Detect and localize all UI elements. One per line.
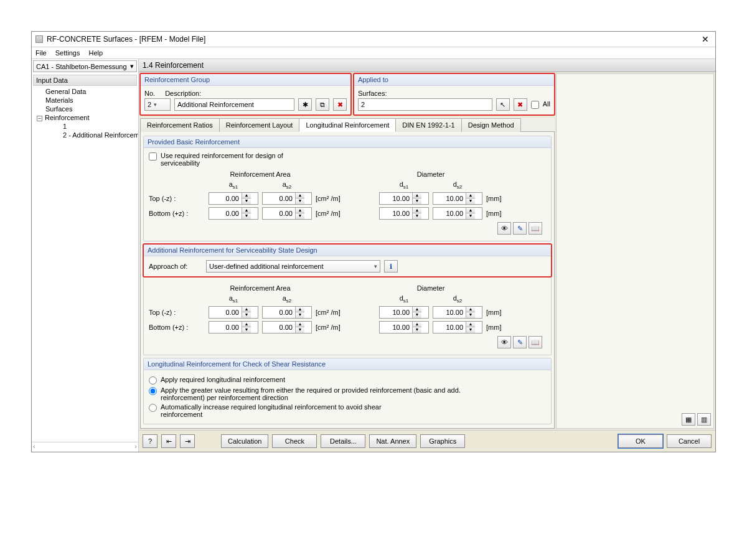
clear-surfaces-icon[interactable]: ✖ <box>514 98 527 111</box>
app-icon <box>35 35 43 43</box>
details-button[interactable]: Details... <box>321 434 365 448</box>
chevron-down-icon: ▾ <box>130 62 134 70</box>
tree-item-reinforcement[interactable]: −Reinforcement <box>32 113 138 122</box>
group-applied-to: Applied to Surfaces: ↖ ✖ All <box>354 73 555 115</box>
pick-surfaces-icon[interactable]: ↖ <box>496 98 510 111</box>
preview-mode-2-icon[interactable]: ▥ <box>697 413 711 426</box>
delete-icon[interactable]: ✖ <box>333 98 347 111</box>
shear-option-1[interactable]: Apply required longitudinal reinforcemen… <box>149 376 546 385</box>
tree-item-reinf-2[interactable]: 2 - Additional Reinforcement <box>32 131 138 139</box>
dialog-window: RF-CONCRETE Surfaces - [RFEM - Model Fil… <box>31 31 716 452</box>
graphics-button[interactable]: Graphics <box>420 434 465 448</box>
tab-design-method[interactable]: Design Method <box>461 118 521 132</box>
edit-icon[interactable]: ✎ <box>513 336 527 348</box>
shear-option-2[interactable]: Apply the greater value resulting from e… <box>149 386 546 401</box>
tabstrip: Reinforcement Ratios Reinforcement Layou… <box>140 118 555 132</box>
add-top-as1-input[interactable]: ▲▼ <box>209 306 258 319</box>
section-title: Longitudinal Reinforcement for Check of … <box>144 358 551 370</box>
edit-icon[interactable]: ✎ <box>513 222 527 235</box>
add-bot-as2-input[interactable]: ▲▼ <box>262 321 312 334</box>
design-case-label: CA1 - Stahlbeton-Bemessung <box>36 63 127 70</box>
surfaces-label: Surfaces: <box>358 90 550 97</box>
tab-standard[interactable]: DIN EN 1992-1-1 <box>395 118 461 132</box>
applied-title: Applied to <box>354 74 554 86</box>
library-icon[interactable]: 📖 <box>529 336 542 348</box>
row-bot-label: Bottom (+z) : <box>149 210 205 217</box>
section-additional-values: Reinforcement Area Diameter as1 as2 <box>143 277 552 355</box>
preview-mode-1-icon[interactable]: ▦ <box>682 413 695 426</box>
info-icon[interactable]: ℹ <box>384 260 398 273</box>
tree-item-surfaces[interactable]: Surfaces <box>32 105 138 113</box>
all-checkbox[interactable]: All <box>531 100 550 109</box>
close-icon[interactable]: ✕ <box>699 34 712 44</box>
desc-label: Description: <box>165 90 201 97</box>
preview-panel: ▦ ▥ <box>556 73 714 429</box>
duplicate-icon[interactable]: ⧉ <box>316 98 329 111</box>
chevron-down-icon: ▾ <box>374 263 377 269</box>
row-top-label: Top (-z) : <box>149 195 205 202</box>
ok-button[interactable]: OK <box>618 434 663 448</box>
section-provided-basic: Provided Basic Reinforcement Use require… <box>143 136 552 241</box>
bot-ds1-input[interactable]: ▲▼ <box>379 207 429 220</box>
eye-icon[interactable]: 👁 <box>497 222 511 235</box>
navigator-panel: CA1 - Stahlbeton-Bemessung ▾ Input Data … <box>32 59 139 452</box>
surfaces-input[interactable] <box>358 98 492 111</box>
menu-file[interactable]: File <box>35 49 47 57</box>
tree-item-reinf-1[interactable]: 1 <box>32 122 138 131</box>
library-icon[interactable]: 📖 <box>529 222 542 235</box>
bot-as1-input[interactable]: ▲▼ <box>209 207 258 220</box>
tab-longitudinal[interactable]: Longitudinal Reinforcement <box>299 118 396 132</box>
use-required-checkbox[interactable]: Use required reinforcement for design of… <box>149 152 546 167</box>
bot-as2-input[interactable]: ▲▼ <box>262 207 312 220</box>
tree-item-materials[interactable]: Materials <box>32 96 138 105</box>
help-icon[interactable]: ? <box>143 434 157 448</box>
collapse-icon[interactable]: − <box>37 116 42 121</box>
tab-layout[interactable]: Reinforcement Layout <box>219 118 300 132</box>
navigator-tree: Input Data General Data Materials Surfac… <box>32 73 138 442</box>
prev-icon[interactable]: ⇤ <box>161 434 176 448</box>
tree-header: Input Data <box>33 75 137 86</box>
add-top-as2-input[interactable]: ▲▼ <box>262 306 312 319</box>
chevron-down-icon: ▾ <box>154 101 157 108</box>
group-reinforcement-group: Reinforcement Group No. Description: 2▾ <box>140 73 351 115</box>
approach-select[interactable]: User-defined additional reinforcement▾ <box>206 260 380 273</box>
check-button[interactable]: Check <box>272 434 317 448</box>
next-icon[interactable]: ⇥ <box>180 434 195 448</box>
bot-ds2-input[interactable]: ▲▼ <box>433 207 482 220</box>
add-bot-as1-input[interactable]: ▲▼ <box>209 321 258 334</box>
menu-help[interactable]: Help <box>88 49 103 57</box>
add-bot-ds1-input[interactable]: ▲▼ <box>379 321 429 334</box>
menu-settings[interactable]: Settings <box>55 49 80 57</box>
design-case-select[interactable]: CA1 - Stahlbeton-Bemessung ▾ <box>33 60 137 72</box>
top-as1-input[interactable]: ▲▼ <box>209 192 258 205</box>
page-title: 1.4 Reinforcement <box>139 59 715 72</box>
nat-annex-button[interactable]: Nat. Annex <box>369 434 416 448</box>
dia-header: Diameter <box>379 170 482 178</box>
menubar: File Settings Help <box>32 47 715 59</box>
section-shear: Longitudinal Reinforcement for Check of … <box>143 358 552 424</box>
group-title: Reinforcement Group <box>141 74 350 86</box>
tree-item-general[interactable]: General Data <box>32 87 138 96</box>
top-as2-input[interactable]: ▲▼ <box>262 192 312 205</box>
add-bot-ds2-input[interactable]: ▲▼ <box>433 321 482 334</box>
area-header: Reinforcement Area <box>209 170 312 178</box>
add-top-ds1-input[interactable]: ▲▼ <box>379 306 429 319</box>
description-input[interactable] <box>174 98 294 111</box>
tree-scrollbar[interactable]: ‹› <box>32 442 138 452</box>
top-ds2-input[interactable]: ▲▼ <box>433 192 482 205</box>
eye-icon[interactable]: 👁 <box>497 336 511 348</box>
footer: ? ⇤ ⇥ Calculation Check Details... Nat. … <box>139 430 715 452</box>
new-group-icon[interactable]: ✱ <box>298 98 312 111</box>
window-title: RF-CONCRETE Surfaces - [RFEM - Model Fil… <box>47 35 699 44</box>
calculation-button[interactable]: Calculation <box>221 434 268 448</box>
section-title: Additional Reinforcement for Serviceabil… <box>144 245 551 256</box>
no-label: No. <box>144 90 155 97</box>
shear-option-3[interactable]: Automatically increase required longitud… <box>149 403 546 418</box>
add-top-ds2-input[interactable]: ▲▼ <box>433 306 482 319</box>
cancel-button[interactable]: Cancel <box>667 434 712 448</box>
group-no-select[interactable]: 2▾ <box>144 98 171 111</box>
top-ds1-input[interactable]: ▲▼ <box>379 192 429 205</box>
section-title: Provided Basic Reinforcement <box>144 136 551 148</box>
titlebar: RF-CONCRETE Surfaces - [RFEM - Model Fil… <box>32 32 715 47</box>
tab-ratios[interactable]: Reinforcement Ratios <box>140 118 220 132</box>
